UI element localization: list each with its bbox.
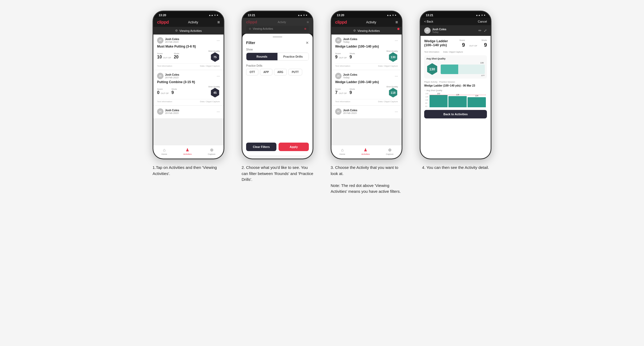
- apply-btn-2[interactable]: Apply: [279, 143, 309, 151]
- capture-icon-3: ⊕: [388, 147, 392, 152]
- shots-col-1-1: Shots 20: [174, 52, 179, 59]
- cancel-btn-4[interactable]: Cancel: [478, 20, 487, 23]
- nav-capture-3[interactable]: ⊕ Capture: [386, 147, 393, 155]
- expand-icon-4[interactable]: ⤢: [484, 28, 487, 33]
- score-val-3-2: 7: [335, 90, 338, 95]
- sq-col-3-2: Shot Quality 118: [386, 86, 398, 97]
- filter-icon-1: ⚙: [175, 29, 178, 32]
- bottom-padding-2: [242, 155, 313, 159]
- modal-title-2: Filter: [246, 41, 255, 45]
- status-time-3: 13:20: [337, 14, 344, 17]
- back-btn-4[interactable]: < Back: [424, 20, 433, 23]
- card-header-1-3: JC Josh Coles 28 Feb 2023 ···: [157, 108, 220, 115]
- back-to-activities-btn-4[interactable]: Back to Activities: [424, 110, 487, 118]
- out-of-1-2: OUT OF: [161, 92, 169, 95]
- practice-drills-btn-2[interactable]: Practice Drills: [277, 53, 309, 60]
- score-col-3-2: Score 7 OUT OF: [335, 88, 347, 95]
- mini-bar-4: [441, 65, 458, 74]
- bar-2: [448, 96, 467, 107]
- drill-putt-2[interactable]: PUTT: [288, 69, 302, 75]
- avatar-4: JC: [424, 27, 431, 34]
- more-dots-3-3[interactable]: ···: [395, 109, 398, 114]
- session-label-4: Player Activity · Practice Session: [424, 81, 487, 83]
- user-info-4: JC Josh Coles Today: [424, 27, 446, 34]
- stats-row-1-2: Score 0 OUT OF Shots 9 Shot Quality: [157, 86, 220, 97]
- session-section-4: Player Activity · Practice Session Wedge…: [424, 81, 487, 107]
- card-header-1-2: JC Josh Coles 28 Feb 2023 ···: [157, 73, 220, 79]
- activity-card-1-2[interactable]: JC Josh Coles 28 Feb 2023 ··· Putting Co…: [153, 70, 224, 106]
- activity-card-1-1[interactable]: JC Josh Coles 28 Feb 2023 ··· Must Make …: [153, 35, 224, 70]
- red-dot-3: [397, 28, 399, 30]
- viewing-bar-3[interactable]: ⚙ Viewing Activities: [331, 27, 402, 35]
- avatar-3-3: JC: [335, 108, 342, 115]
- viewing-bar-1[interactable]: ⚙ Viewing Activities: [153, 27, 224, 35]
- shots-col-label-4: Shots: [482, 39, 487, 41]
- stats-row-1-1: Score 10 OUT OF Shots 20 Shot Quality: [157, 50, 220, 62]
- practice-drills-label-2: Practice Drills: [246, 64, 309, 67]
- nav-activities-label-1: Activities: [183, 153, 192, 155]
- detail-title-row-4: Wedge Ladder (100–140 yds) Score 9 OUT O…: [424, 39, 487, 49]
- hamburger-icon-3[interactable]: ≡: [395, 20, 398, 25]
- user-info-1-1: JC Josh Coles 28 Feb 2023: [157, 37, 179, 44]
- user-date-1-1: 28 Feb 2023: [165, 41, 179, 43]
- score-val-4: 9: [460, 42, 465, 48]
- score-label-1-1: Score: [157, 52, 172, 55]
- user-name-3-1: Josh Coles: [343, 38, 357, 41]
- status-icons-1: ▲▲ ∗ ●: [209, 14, 218, 16]
- activity-card-3-3[interactable]: JC Josh Coles 28 Feb 2023 ···: [331, 106, 402, 119]
- user-details-3-1: Josh Coles Today: [343, 38, 357, 43]
- stats-row-3-1: Score 9 OUT OF Shots 9 Shot Quality: [335, 50, 398, 62]
- card-footer-3-2: Test Information Data: Clippd Capture: [335, 99, 398, 103]
- dashed-line-4: [430, 95, 486, 95]
- bottom-nav-3: ⌂ Home ♟ Activities ⊕ Capture: [331, 145, 402, 159]
- detail-content-4: Wedge Ladder (100–140 yds) Score 9 OUT O…: [420, 36, 491, 159]
- drill-ott-2[interactable]: OTT: [246, 69, 258, 75]
- more-dots-1-2[interactable]: ···: [217, 74, 220, 78]
- drill-app-2[interactable]: APP: [260, 69, 272, 75]
- sq-badge-lg-4: 130: [426, 63, 438, 75]
- user-date-3-2: Today: [343, 76, 357, 79]
- bar-label-3: 124: [475, 95, 478, 97]
- sq-col-3-1: Shot Quality 130: [386, 50, 398, 62]
- activity-card-3-2[interactable]: JC Josh Coles Today ··· Wedge Ladder (10…: [331, 70, 402, 106]
- clear-filters-btn-2[interactable]: Clear Filters: [246, 143, 276, 151]
- close-btn-2[interactable]: ✕: [306, 41, 309, 45]
- more-dots-1-3[interactable]: ···: [217, 109, 220, 114]
- nav-activities-1[interactable]: ♟ Activities: [183, 147, 192, 155]
- more-dots-3-2[interactable]: ···: [395, 74, 398, 78]
- data-row-4: Data: Clippd Capture: [443, 51, 463, 53]
- activity-title-1-1: Must Make Putting (3-6 ft): [157, 45, 220, 48]
- hamburger-icon-1[interactable]: ≡: [217, 20, 220, 25]
- nav-home-3[interactable]: ⌂ Home: [339, 148, 345, 155]
- activity-card-1-3[interactable]: JC Josh Coles 28 Feb 2023 ···: [153, 106, 224, 119]
- footer-right-1-1: Data: Clippd Capture: [200, 65, 220, 67]
- filter-modal-2: Filter ✕ Show Rounds Practice Drills Pra…: [242, 34, 313, 155]
- score-val-1-2: 0: [157, 90, 159, 95]
- avatar-1-3: JC: [157, 108, 163, 115]
- phone-2: 13:21 ▲▲ ∗ ● clippd Activity ≡ ⚙ Viewing…: [242, 11, 313, 159]
- footer-left-1-2: Test Information: [157, 100, 172, 103]
- nav-activities-3[interactable]: ♟ Activities: [361, 147, 370, 155]
- more-dots-1-1[interactable]: ···: [217, 38, 220, 42]
- sq-col-1-1: Shot Quality 75: [208, 50, 220, 62]
- footer-left-1-1: Test Information: [157, 65, 172, 67]
- nav-home-1[interactable]: ⌂ Home: [161, 148, 167, 155]
- app-header-1: clippd Activity ≡: [153, 18, 224, 27]
- filter-icon-3: ⚙: [353, 29, 356, 32]
- more-dots-3-1[interactable]: ···: [395, 38, 398, 42]
- phone-1: 13:20 ▲▲ ∗ ● clippd Activity ≡ ⚙ Viewing…: [153, 11, 224, 159]
- activities-icon-3: ♟: [364, 147, 367, 152]
- score-val-3-1: 9: [335, 55, 338, 59]
- sq-badge-1-1: 75: [210, 52, 220, 62]
- activity-card-3-1[interactable]: JC Josh Coles Today ··· Wedge Ladder (10…: [331, 35, 402, 70]
- sq-col-1-2: Shot Quality 45: [208, 86, 220, 97]
- edit-icon-4[interactable]: ✏: [478, 28, 482, 33]
- detail-score-area-4: Score 9 OUT OF Shots 9: [460, 39, 487, 48]
- app-header-3: clippd Activity ≡: [331, 18, 402, 27]
- drill-arg-2[interactable]: ARG: [274, 69, 287, 75]
- nav-capture-1[interactable]: ⊕ Capture: [208, 147, 215, 155]
- rounds-btn-2[interactable]: Rounds: [246, 53, 277, 60]
- shots-col-3-2: Shots 9: [350, 88, 355, 95]
- avg-sq-label-4: Avg Shot Quality: [426, 57, 485, 60]
- status-time-4: 13:21: [426, 14, 433, 17]
